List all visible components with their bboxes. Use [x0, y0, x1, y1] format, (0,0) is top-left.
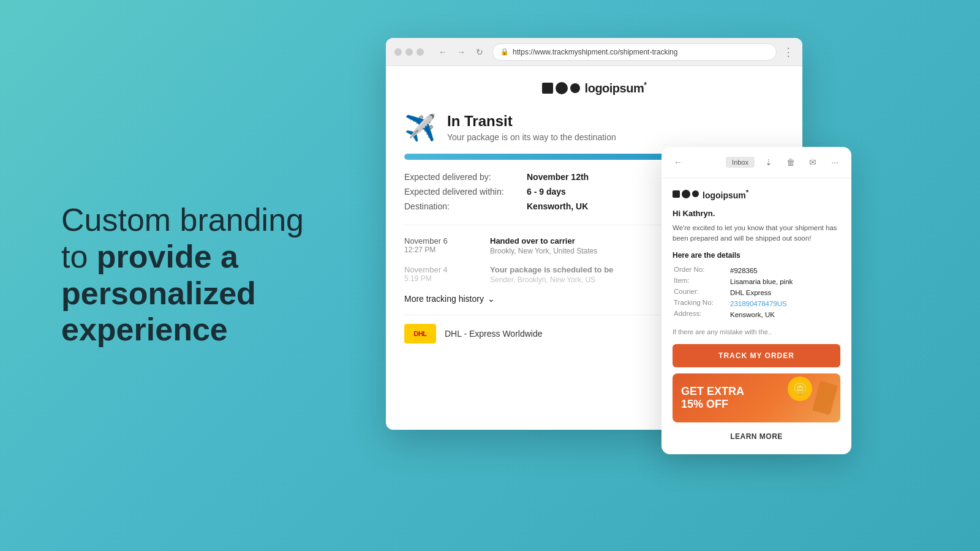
browser-dots	[394, 48, 424, 56]
hero-line4: experience	[61, 312, 228, 348]
tracking-date-2: November 4 5:19 PM	[404, 265, 478, 284]
email-reply-icon[interactable]: ✉	[805, 154, 821, 170]
browser-logo: logoipsum*	[404, 81, 784, 96]
logo-shape-circle-large	[556, 82, 568, 94]
courier-label: Courier:	[674, 288, 729, 298]
browser-logo-text: logoipsum*	[585, 81, 647, 96]
browser-nav: ← → ↻	[436, 45, 486, 59]
forward-icon[interactable]: →	[454, 45, 468, 59]
email-details-table: Order No: #928365 Item: Lisamaria blue, …	[673, 264, 840, 321]
logo-shape-circle-small	[570, 83, 580, 93]
delivery-by-label: Expected delivered by:	[404, 172, 527, 182]
email-logo-shapes	[673, 190, 699, 198]
email-greeting: Hi Kathryn.	[673, 209, 840, 218]
order-no-label: Order No:	[674, 266, 729, 276]
transit-subtitle: Your package is on its way to the destin…	[447, 132, 616, 142]
destination-label: Destination:	[404, 201, 527, 211]
promo-banner: GET EXTRA15% OFF 🪙	[673, 373, 840, 422]
browser-dot-red	[394, 48, 402, 56]
hero-line1: Custom branding	[61, 202, 304, 238]
promo-coin-icon: 🪙	[788, 377, 812, 401]
browser-dot-green	[417, 48, 424, 56]
promo-text: GET EXTRA15% OFF	[681, 385, 744, 411]
email-download-icon[interactable]: ⇣	[761, 154, 777, 170]
browser-toolbar: ← → ↻ 🔒 https://www.trackmyshipment.co/s…	[386, 38, 802, 66]
hero-line3: personalized	[61, 276, 256, 311]
more-history-label: More tracking history	[404, 294, 484, 304]
transit-header: ✈️ In Transit Your package is on its way…	[404, 113, 784, 143]
email-content: logoipsum* Hi Kathryn. We're excited to …	[662, 178, 851, 454]
more-options-icon[interactable]: ⋮	[783, 45, 794, 59]
refresh-icon[interactable]: ↻	[473, 45, 486, 59]
email-trash-icon[interactable]: 🗑	[783, 154, 799, 170]
transit-info: In Transit Your package is on its way to…	[447, 113, 616, 142]
inbox-badge: Inbox	[726, 157, 755, 168]
email-more-icon[interactable]: ···	[827, 154, 843, 170]
browser-dot-yellow	[405, 48, 413, 56]
tracking-event-2: Your package is scheduled to be Sender, …	[490, 265, 613, 284]
email-logo: logoipsum*	[673, 188, 840, 200]
chevron-down-icon: ⌄	[488, 294, 495, 304]
delivery-within-label: Expected delivered within:	[404, 187, 527, 197]
email-logo-circle-lg	[682, 190, 690, 198]
destination-value: Kensworth, UK	[527, 201, 588, 211]
order-no-row: Order No: #928365	[674, 266, 839, 276]
plane-icon: ✈️	[404, 113, 436, 143]
tracking-no-value: 231890478479US	[730, 299, 839, 309]
address-value: Kenswork, UK	[730, 310, 839, 320]
lock-icon: 🔒	[500, 48, 509, 56]
back-icon[interactable]: ←	[436, 45, 450, 59]
url-text: https://www.trackmyshipment.co/shipment-…	[513, 48, 677, 56]
delivery-within-value: 6 - 9 days	[527, 187, 566, 197]
address-label: Address:	[674, 310, 729, 320]
url-bar[interactable]: 🔒 https://www.trackmyshipment.co/shipmen…	[492, 43, 777, 61]
email-back-icon[interactable]: ←	[670, 154, 686, 170]
email-panel: ← Inbox ⇣ 🗑 ✉ ··· logoipsum* Hi Kathryn.…	[662, 147, 851, 454]
courier-value: DHL Express	[730, 288, 839, 298]
delivery-by-value: November 12th	[527, 172, 589, 182]
promo-rect-decoration	[812, 381, 838, 415]
hero-line2-bold: provide a	[97, 239, 238, 274]
email-logo-square	[673, 190, 680, 198]
logo-shape-square	[542, 83, 553, 94]
courier-row: Courier: DHL Express	[674, 288, 839, 298]
tracking-link[interactable]: 231890478479US	[730, 300, 787, 307]
progress-bar-fill	[404, 154, 670, 160]
dhl-name: DHL - Express Worldwide	[445, 329, 543, 339]
tracking-date-1: November 6 12:27 PM	[404, 236, 478, 255]
dhl-logo: DHL	[404, 324, 436, 343]
learn-more-button[interactable]: LEARN MORE	[673, 429, 840, 444]
item-row: Item: Lisamaria blue, pink	[674, 277, 839, 287]
hero-line2: to	[61, 239, 97, 274]
email-logo-text: logoipsum*	[703, 188, 748, 200]
address-row: Address: Kenswork, UK	[674, 310, 839, 320]
email-footer-text: If there are any mistake with the..	[673, 328, 840, 335]
email-toolbar: ← Inbox ⇣ 🗑 ✉ ···	[662, 147, 851, 178]
tracking-no-label: Tracking No:	[674, 299, 729, 309]
tracking-event-1: Handed over to carrier Brookly, New York…	[490, 236, 597, 255]
tracking-no-row: Tracking No: 231890478479US	[674, 299, 839, 309]
item-label: Item:	[674, 277, 729, 287]
email-body: We're excited to let you know that your …	[673, 223, 840, 244]
email-logo-circle-sm	[692, 190, 699, 197]
order-no-value: #928365	[730, 266, 839, 276]
track-order-button[interactable]: TRACK MY ORDER	[673, 344, 840, 367]
promo-decorations: 🪙	[788, 377, 834, 413]
item-value: Lisamaria blue, pink	[730, 277, 839, 287]
logo-shapes	[542, 82, 580, 94]
transit-title: In Transit	[447, 113, 616, 130]
hero-section: Custom branding to provide a personalize…	[61, 202, 304, 348]
email-details-heading: Here are the details	[673, 251, 840, 260]
